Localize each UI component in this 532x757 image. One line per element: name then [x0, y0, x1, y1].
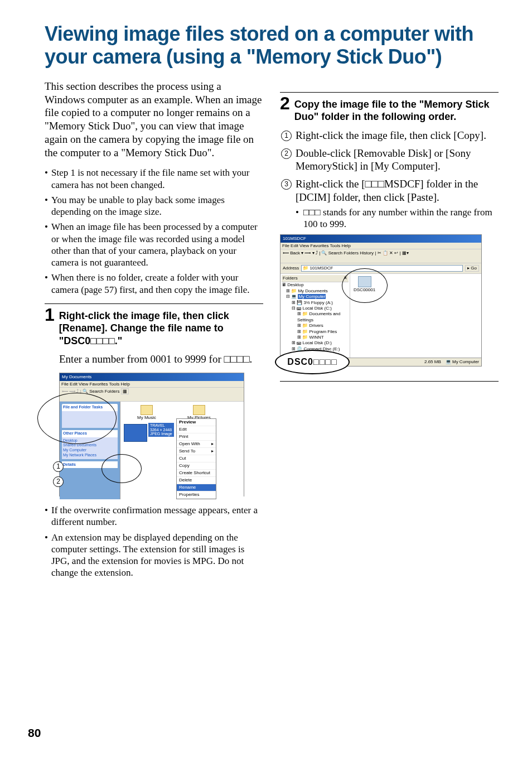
menu-item: Open With▸: [177, 441, 216, 448]
menu-item: Send To▸: [177, 448, 216, 455]
tree-item: Local Disk (D:): [302, 340, 331, 345]
menu-item: Preview: [177, 419, 216, 426]
callout-number-1: 1: [53, 461, 64, 472]
note-item: If the overwrite confirmation message ap…: [45, 504, 263, 528]
right-column: 2 Copy the image file to the "Memory Sti…: [280, 80, 499, 582]
tree-item: Documents and Settings: [297, 311, 340, 322]
tree-item-selected: My Computer: [298, 294, 326, 299]
menu-item: Properties: [177, 491, 216, 499]
window-titlebar: 101MSDCF: [280, 235, 481, 243]
screenshot-my-documents: My Documents File Edit View Favorites To…: [59, 373, 244, 496]
menu-item-rename: Rename: [177, 484, 216, 491]
filename-bubble: DSC0□□□□: [275, 350, 350, 374]
file-name: TRAVEL: [150, 423, 172, 428]
step-number: 1: [45, 306, 55, 324]
callout-circle: [342, 268, 388, 303]
sub-step: 1 Right-click the image file, then click…: [280, 129, 499, 142]
folders-panel-title: Folders: [283, 276, 298, 281]
intro-paragraph: This section describes the process using…: [45, 80, 263, 160]
status-location: My Computer: [452, 359, 479, 364]
circled-number-icon: 3: [281, 179, 292, 190]
callout-number-2: 2: [53, 476, 64, 487]
toolbar-labels: Search Folders History: [328, 250, 374, 255]
address-value: 101MSDCF: [310, 266, 333, 271]
left-column: This section describes the process using…: [45, 80, 263, 582]
step-1-header: 1 Right-click the image file, then click…: [45, 308, 263, 348]
sub-step: 2 Double-click [Removable Disk] or [Sony…: [280, 147, 499, 173]
sub-step-text: Double-click [Removable Disk] or [Sony M…: [296, 147, 471, 172]
tree-item: WINNT: [309, 335, 323, 340]
go-button-label: Go: [471, 266, 477, 271]
note-item: When an image file has been processed by…: [45, 221, 263, 268]
step-2-header: 2 Copy the image file to the "Memory Sti…: [280, 97, 499, 123]
note-item: Step 1 is not necessary if the file name…: [45, 167, 263, 191]
sub-step-note: □□□ stands for any number within the ran…: [296, 206, 499, 230]
note-item: An extension may be displayed depending …: [45, 532, 263, 579]
step-text: Copy the image file to the "Memory Stick…: [294, 97, 499, 123]
step2-sub-list: 1 Right-click the image file, then click…: [280, 129, 499, 230]
tree-item: Local Disk (C:): [302, 306, 331, 311]
page-title: Viewing image files stored on a computer…: [45, 22, 499, 69]
back-label: Back: [290, 250, 300, 255]
file-dimensions: 3264 × 2448: [150, 428, 172, 432]
menu-item: Print: [177, 433, 216, 441]
tree-item: Drivers: [309, 323, 323, 328]
menu-item: Delete: [177, 477, 216, 484]
sub-step-text: Right-click the [□□□MSDCF] folder in the…: [296, 178, 478, 203]
tree-item: Desktop: [287, 282, 303, 287]
note-item: When there is no folder, create a folder…: [45, 272, 263, 296]
divider: [45, 303, 263, 304]
address-label: Address: [283, 266, 299, 271]
tree-item: Program Files: [309, 329, 337, 334]
circled-number-icon: 1: [281, 131, 292, 141]
tree-item: My Documents: [298, 288, 327, 293]
step-1-desc: Enter a number from 0001 to 9999 for □□□…: [59, 353, 263, 366]
divider: [280, 381, 499, 382]
screenshot-msdcf-folder: 101MSDCF File Edit View Favorites Tools …: [280, 234, 482, 367]
toolbar-labels: Search Folders: [89, 389, 119, 394]
window-toolbar: ⟵ Back ▾ ⟶ ▾ ⤴ | 🔍 Search Folders Histor…: [280, 249, 481, 263]
note-item: You may be unable to play back some imag…: [45, 194, 263, 218]
status-size: 2.65 MB: [424, 359, 441, 365]
callout-circle: [37, 393, 117, 444]
context-menu: Preview Edit Print Open With▸ Send To▸ C…: [176, 418, 216, 499]
menu-item: Copy: [177, 462, 216, 470]
step-number: 2: [280, 94, 290, 112]
sub-step: 3 Right-click the [□□□MSDCF] folder in t…: [280, 177, 499, 230]
sub-step-text: Right-click the image file, then click […: [296, 129, 486, 141]
sidebar-link: My Computer: [63, 448, 117, 453]
window-titlebar: My Documents: [60, 373, 244, 381]
divider: [280, 92, 499, 93]
file-type: JPEG Image: [150, 432, 172, 436]
step1-notes-list: If the overwrite confirmation message ap…: [45, 504, 263, 579]
circled-number-icon: 2: [281, 148, 292, 159]
callout-circle: [101, 454, 142, 483]
general-notes-list: Step 1 is not necessary if the file name…: [45, 167, 263, 296]
tree-item: 3½ Floppy (A:): [303, 300, 332, 305]
window-menubar: File Edit View Favorites Tools Help: [60, 381, 244, 388]
folders-tree-sidebar: Folders✕ 🖥 Desktop ⊞ 📁 My Documents ⊟ 💻 …: [280, 274, 350, 358]
sidebar-link: Shared Documents: [63, 443, 117, 448]
step-text: Right-click the image file, then click […: [59, 308, 263, 348]
folder-contents: My Music My Pictures TRAVEL 3264 × 2448 …: [120, 402, 244, 499]
menu-item: Edit: [177, 426, 216, 433]
menu-item: Create Shortcut: [177, 470, 216, 477]
folder-icon-label: My Music: [137, 415, 156, 421]
menu-item: Cut: [177, 455, 216, 462]
window-menubar: File Edit View Favorites Tools Help: [280, 243, 481, 249]
